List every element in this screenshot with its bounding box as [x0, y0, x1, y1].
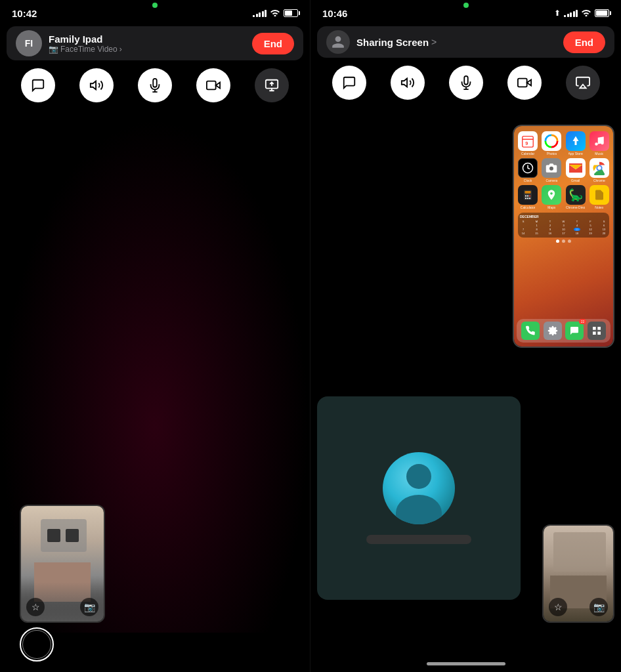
speaker-btn-left[interactable] — [79, 68, 114, 102]
cam-icon: 📷 — [49, 45, 58, 54]
svg-marker-0 — [91, 81, 96, 90]
dock-messages-icon[interactable]: 22 — [565, 322, 584, 340]
notes-icon[interactable] — [589, 185, 609, 205]
home-bar-right[interactable] — [427, 662, 505, 665]
signal-bars-left — [253, 9, 267, 17]
svg-rect-12 — [569, 163, 582, 165]
end-button-left[interactable]: End — [252, 33, 294, 54]
battery-icon-left — [284, 9, 298, 17]
sharing-chevron-icon: > — [431, 37, 437, 47]
mute-btn-left[interactable] — [138, 68, 172, 102]
music-icon[interactable] — [589, 131, 609, 151]
calculator-label: Calculator — [521, 205, 536, 209]
calendar-label: Calendar — [521, 152, 534, 156]
chrome-icon[interactable] — [589, 158, 609, 178]
svg-rect-27 — [597, 327, 601, 330]
svg-marker-4 — [401, 79, 406, 87]
app-item-appstore: App Store — [565, 131, 586, 156]
caller-head — [406, 464, 431, 489]
signal-bar-1 — [253, 15, 255, 17]
green-indicator-dot — [152, 3, 158, 8]
svg-text:9: 9 — [525, 140, 528, 146]
app-item-calculator: Calculator — [517, 185, 538, 209]
time-left: 10:42 — [12, 8, 37, 19]
app-item-gmail: Gmail — [565, 158, 586, 182]
end-button-right[interactable]: End — [563, 32, 605, 53]
wifi-icon-right — [581, 9, 591, 18]
self-thumb-left: ☆ 📷 — [20, 505, 105, 623]
clock-label: Clock — [524, 178, 532, 182]
photos-label: Photos — [547, 152, 557, 156]
sharing-header-right: Sharing Screen > End — [317, 26, 614, 58]
call-name-left: Family Ipad — [49, 33, 252, 45]
share-screen-ctrl-left[interactable] — [255, 68, 289, 102]
mute-btn-right[interactable] — [449, 66, 483, 100]
battery-fill-right — [596, 10, 607, 16]
favorite-btn-left[interactable]: ☆ — [26, 598, 45, 616]
controls-row-left — [0, 63, 310, 108]
ios-homescreen: 9 Calendar Photos — [514, 126, 613, 346]
photos-app-icon[interactable] — [542, 131, 561, 151]
calendar-app-icon[interactable]: 9 — [518, 131, 538, 151]
home-button-left[interactable] — [20, 627, 54, 662]
sharing-title: Sharing Screen — [356, 37, 429, 48]
camera-flip-btn-left[interactable]: 📷 — [80, 598, 98, 616]
status-icons-left — [253, 9, 298, 18]
ios-dock: 22 — [517, 319, 610, 343]
gmail-label: Gmail — [571, 178, 580, 182]
music-label: Music — [595, 152, 603, 156]
camera-btn-right[interactable] — [507, 66, 542, 100]
notes-label: Notes — [595, 205, 603, 209]
signal-bar-5 — [265, 10, 267, 17]
airplay-btn-right[interactable] — [566, 66, 600, 100]
app-item-calendar: 9 Calendar — [517, 131, 538, 156]
camera-icon[interactable] — [542, 158, 561, 178]
speaker-btn-right[interactable] — [391, 66, 425, 100]
camera-btn-left[interactable] — [196, 68, 230, 102]
dock-settings-icon[interactable] — [544, 322, 562, 340]
message-btn-left[interactable] — [21, 68, 55, 102]
self-thumb-right: ☆ 📷 — [542, 524, 614, 623]
signal-bar-3 — [259, 12, 261, 17]
svg-point-11 — [549, 167, 553, 171]
location-icon: ⬆ — [554, 9, 561, 18]
app-item-camera: Camera — [541, 158, 562, 182]
dock-grid-icon[interactable] — [588, 322, 606, 340]
green-indicator-dot-right — [463, 3, 469, 8]
signal-bar-2 — [256, 14, 258, 17]
caller-body — [396, 495, 442, 524]
call-header-left: FI Family Ipad 📷 FaceTime Video › End — [7, 26, 303, 60]
dino-icon[interactable]: 🦕 — [566, 185, 586, 205]
sharing-title-row: Sharing Screen > — [356, 37, 563, 48]
maps-label: Maps — [547, 205, 555, 209]
calculator-icon[interactable] — [518, 185, 538, 205]
favorite-btn-right[interactable]: ☆ — [549, 598, 567, 616]
caller-avatar-large — [383, 452, 455, 524]
dino-label: Chrome Dino — [566, 205, 585, 209]
camera-flip-btn-right[interactable]: 📷 — [589, 598, 608, 616]
svg-rect-28 — [593, 331, 596, 335]
dock-phone-icon[interactable] — [521, 322, 540, 340]
page-dots — [516, 240, 611, 243]
call-sub-left: 📷 FaceTime Video › — [49, 45, 252, 54]
wifi-icon-left — [270, 9, 280, 18]
svg-point-22 — [529, 198, 530, 199]
signal-bar-4 — [262, 11, 264, 17]
message-btn-right[interactable] — [332, 66, 366, 100]
app-item-chrome: Chrome — [589, 158, 610, 182]
svg-rect-5 — [517, 79, 526, 87]
svg-rect-26 — [593, 327, 596, 330]
svg-point-19 — [529, 195, 530, 196]
maps-icon[interactable] — [542, 185, 561, 205]
appstore-icon[interactable] — [566, 131, 586, 151]
clock-icon[interactable] — [518, 158, 538, 178]
svg-point-21 — [527, 198, 528, 199]
chrome-label: Chrome — [593, 178, 605, 182]
signal-bars-right — [564, 9, 578, 17]
svg-point-14 — [597, 166, 601, 170]
gmail-icon[interactable] — [566, 158, 586, 178]
controls-row-right — [310, 60, 621, 105]
svg-point-20 — [525, 198, 526, 199]
svg-marker-6 — [580, 85, 586, 89]
app-item-clock: Clock — [517, 158, 538, 182]
